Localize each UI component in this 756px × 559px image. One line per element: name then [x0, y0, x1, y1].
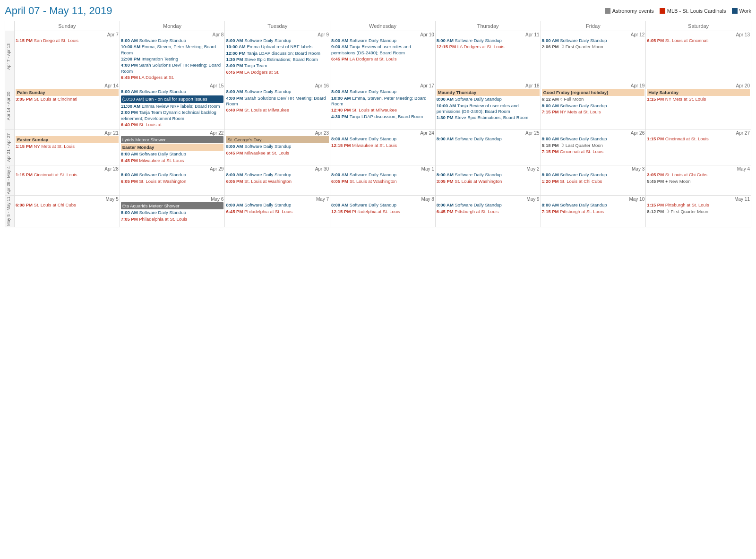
calendar-event[interactable]: 8:00 AM Software Daily Standup: [121, 38, 224, 43]
calendar-cell: Apr 23St. George's Day8:00 AM Software D…: [225, 129, 330, 165]
calendar-event[interactable]: 12:15 PM LA Dodgers at St. Louis: [437, 44, 540, 50]
calendar-event[interactable]: 8:00 AM Software Daily Standup: [331, 172, 434, 178]
calendar-event[interactable]: 10:00 AM Emma Upload rest of NRF labels: [226, 44, 329, 50]
calendar-event[interactable]: 10:00 AM Emma, Steven, Peter Meeting; Bo…: [331, 95, 434, 107]
calendar-event[interactable]: 6:05 PM St. Louis at Washington: [331, 179, 434, 184]
calendar-event[interactable]: 6:45 PM LA Dodgers at St.: [226, 69, 329, 75]
calendar-event[interactable]: 8:00 AM Software Daily Standup: [226, 38, 329, 43]
calendar-event[interactable]: 6:05 PM St. Louis at Cincinnati: [647, 38, 750, 43]
calendar-event[interactable]: 7:05 PM Philadelphia at St. Louis: [121, 216, 224, 222]
calendar-event[interactable]: 8:00 AM Software Daily Standup: [226, 144, 329, 149]
calendar-event[interactable]: 1:30 PM Steve Epic Estimations; Board Ro…: [226, 57, 329, 62]
calendar-event[interactable]: (10:30 AM) Dan - on call for support iss…: [121, 95, 224, 103]
day-of-week-header: Wednesday: [330, 21, 436, 31]
legend-work: Work: [732, 8, 751, 14]
calendar-event[interactable]: 12:00 PM Tanja LDAP discussion; Board Ro…: [226, 51, 329, 56]
calendar-cell: May 43:05 PM St. Louis at Chi Cubs5:45 P…: [646, 165, 751, 196]
calendar-event[interactable]: 5:45 PM ● New Moon: [647, 179, 750, 184]
calendar-event[interactable]: 3:05 PM St. Louis at Chi Cubs: [647, 172, 750, 178]
calendar-event[interactable]: 8:00 AM Software Daily Standup: [331, 202, 434, 208]
calendar-event[interactable]: 7:15 PM Pittsburgh at St. Louis: [542, 209, 645, 215]
calendar-event[interactable]: 8:00 AM Software Daily Standup: [331, 38, 434, 43]
calendar-event[interactable]: 12:00 PM Integration Testing: [121, 56, 224, 62]
calendar-event[interactable]: 1:30 PM Steve Epic Estimations; Board Ro…: [437, 115, 540, 120]
calendar-event[interactable]: 4:00 PM Sarah Solutions Dev/ HR Meeting;…: [121, 62, 224, 74]
calendar-event[interactable]: 9:00 AM Tanja Review of user roles and p…: [331, 44, 434, 56]
calendar-event[interactable]: 8:00 AM Software Daily Standup: [226, 172, 329, 178]
secondary-banner: St. George's Day: [226, 136, 329, 143]
cell-date: Apr 14: [16, 83, 119, 88]
cell-date: May 3: [542, 166, 645, 172]
calendar-event[interactable]: 8:00 AM Software Daily Standup: [437, 172, 540, 178]
calendar-event[interactable]: 8:12 PM ☽ First Quarter Moon: [647, 209, 750, 215]
calendar-event[interactable]: 6:40 PM St. Louis at Milwaukee: [226, 107, 329, 113]
calendar-event[interactable]: 8:00 AM Software Daily Standup: [121, 89, 224, 95]
cell-date: Apr 26: [542, 130, 645, 136]
calendar-event[interactable]: 8:00 AM Software Daily Standup: [437, 136, 540, 142]
calendar-event[interactable]: 1:15 PM NY Mets at St. Louis: [16, 144, 119, 149]
calendar-event[interactable]: 7:15 PM Cincinnati at St. Louis: [542, 149, 645, 155]
calendar-event[interactable]: 10:00 AM Tanja Review of user roles and …: [437, 103, 540, 115]
calendar-event[interactable]: 5:18 PM ☽ Last Quarter Moon: [542, 143, 645, 148]
calendar-event[interactable]: 1:15 PM Cincinnati at St. Louis: [16, 172, 119, 178]
calendar-event[interactable]: 8:00 AM Software Daily Standup: [437, 38, 540, 43]
calendar-event[interactable]: 12:15 PM Philadelphia at St. Louis: [331, 209, 434, 215]
calendar-event[interactable]: 1:15 PM Pittsburgh at St. Louis: [647, 202, 750, 208]
calendar-event[interactable]: 6:45 PM Pittsburgh at St. Louis: [437, 209, 540, 215]
calendar-event[interactable]: 8:00 AM Software Daily Standup: [542, 136, 645, 142]
calendar-event[interactable]: 3:00 PM Tanja Team: [226, 63, 329, 69]
calendar-event[interactable]: 10:00 AM Emma, Steven, Peter Meeting; Bo…: [121, 44, 224, 56]
calendar-event[interactable]: 6:45 PM Philadelphia at St. Louis: [226, 209, 329, 215]
calendar-event[interactable]: 12:40 PM St. Louis at Milwaukee: [331, 107, 434, 113]
cell-date: Apr 18: [437, 83, 540, 88]
calendar-event[interactable]: 6:05 PM St. Louis at Washington: [226, 179, 329, 184]
calendar-event[interactable]: 1:15 PM Cincinnati at St. Louis: [647, 136, 750, 142]
calendar-event[interactable]: 6:08 PM St. Louis at Chi Cubs: [16, 202, 119, 208]
calendar-event[interactable]: 12:15 PM Milwaukee at St. Louis: [331, 143, 434, 148]
cell-date: Apr 23: [226, 130, 329, 136]
calendar-cell: Apr 248:00 AM Software Daily Standup12:1…: [330, 129, 436, 165]
calendar-event[interactable]: 6:45 PM LA Dodgers at St. Louis: [331, 56, 434, 62]
calendar-event[interactable]: 8:00 AM Software Daily Standup: [437, 96, 540, 102]
calendar-event[interactable]: 8:00 AM Software Daily Standup: [542, 202, 645, 208]
calendar-event[interactable]: 8:00 AM Software Daily Standup: [331, 136, 434, 142]
cell-date: Apr 21: [16, 130, 119, 136]
calendar-cell: May 88:00 AM Software Daily Standup12:15…: [330, 196, 436, 227]
calendar-event[interactable]: 11:00 AM Emma review NRF labels; Board R…: [121, 103, 224, 109]
calendar-event[interactable]: 8:00 AM Software Daily Standup: [121, 172, 224, 178]
calendar-cell: Apr 14Palm Sunday3:05 PM St. Louis at Ci…: [15, 82, 120, 129]
calendar-event[interactable]: 8:00 AM Software Daily Standup: [121, 151, 224, 157]
calendar-event[interactable]: 6:45 PM LA Dodgers at St.: [121, 75, 224, 80]
calendar-cell: Apr 308:00 AM Software Daily Standup6:05…: [225, 165, 330, 196]
calendar-event[interactable]: 6:12 AM ○ Full Moon: [542, 96, 645, 102]
calendar-event[interactable]: 4:30 PM Tanja LDAP discussion; Board Roo…: [331, 114, 434, 120]
calendar-event[interactable]: 8:00 AM Software Daily Standup: [226, 89, 329, 95]
calendar-event[interactable]: 8:00 AM Software Daily Standup: [121, 210, 224, 215]
calendar-event[interactable]: 8:00 AM Software Daily Standup: [437, 202, 540, 208]
calendar-event[interactable]: 1:20 PM St. Louis at Chi Cubs: [542, 179, 645, 184]
calendar-cell: Apr 118:00 AM Software Daily Standup12:1…: [435, 31, 541, 82]
cell-date: Apr 8: [121, 32, 224, 37]
calendar-event[interactable]: 1:15 PM NY Mets at St. Louis: [647, 96, 750, 102]
week-row: Apr 14 - Apr 20Apr 14Palm Sunday3:05 PM …: [5, 82, 751, 129]
calendar-event[interactable]: 6:40 PM St. Louis at: [121, 122, 224, 128]
calendar-event[interactable]: 2:06 PM ☽ First Quarter Moon: [542, 44, 645, 50]
calendar-cell: Apr 18Maundy Thursday8:00 AM Software Da…: [435, 82, 541, 129]
calendar-cell: Apr 88:00 AM Software Daily Standup10:00…: [120, 31, 225, 82]
cell-date: Apr 13: [647, 32, 750, 37]
calendar-event[interactable]: 6:45 PM Milwaukee at St. Louis: [121, 158, 224, 163]
calendar-event[interactable]: 8:00 AM Software Daily Standup: [542, 172, 645, 178]
calendar-event[interactable]: 1:15 PM San Diego at St. Louis: [16, 38, 119, 43]
calendar-event[interactable]: 8:00 AM Software Daily Standup: [226, 202, 329, 208]
calendar-event[interactable]: 7:15 PM NY Mets at St. Louis: [542, 109, 645, 115]
calendar-event[interactable]: 3:05 PM St. Louis at Cincinnati: [16, 96, 119, 102]
calendar-event[interactable]: 4:00 PM Sarah Solutions Dev/ HR Meeting;…: [226, 95, 329, 107]
calendar-event[interactable]: 8:00 AM Software Daily Standup: [542, 103, 645, 109]
calendar-event[interactable]: 8:00 AM Software Daily Standup: [542, 38, 645, 43]
calendar-event[interactable]: 3:05 PM St. Louis at Washington: [437, 179, 540, 184]
calendar-event[interactable]: 6:05 PM St. Louis at Washington: [121, 179, 224, 184]
work-legend-label: Work: [739, 8, 751, 14]
calendar-event[interactable]: 2:00 PM Tanja Team Dynamic technical bac…: [121, 110, 224, 121]
calendar-event[interactable]: 8:00 AM Software Daily Standup: [331, 89, 434, 95]
calendar-event[interactable]: 6:45 PM Milwaukee at St. Louis: [226, 150, 329, 156]
